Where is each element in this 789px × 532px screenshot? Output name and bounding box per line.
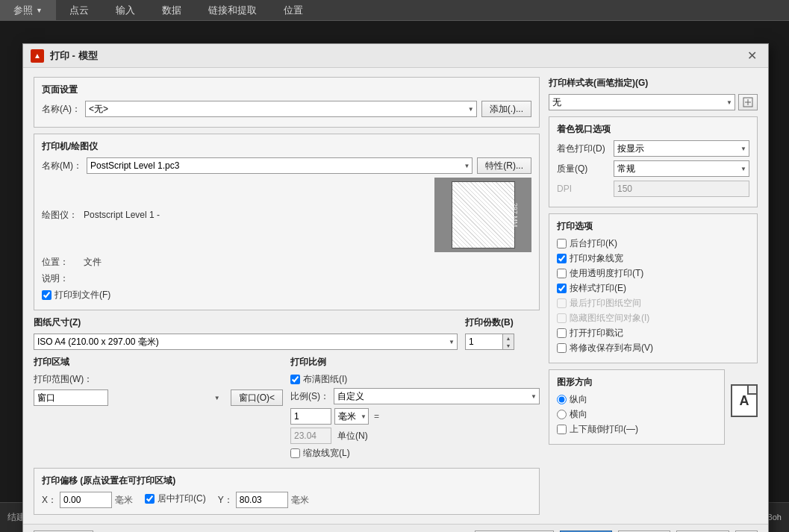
scale-equals: = bbox=[374, 411, 379, 422]
quality-label: 质量(Q) bbox=[557, 163, 609, 175]
hide-paper-checkbox[interactable] bbox=[557, 313, 567, 323]
scale-linewidth-label[interactable]: 缩放线宽(L) bbox=[303, 447, 350, 460]
print-linewidth-checkbox[interactable] bbox=[557, 254, 567, 263]
print-style-combo-wrapper[interactable]: 无 bbox=[549, 94, 735, 110]
landscape-radio[interactable] bbox=[557, 410, 567, 419]
fit-paper-label[interactable]: 布满图纸(I) bbox=[303, 373, 347, 386]
add-page-button[interactable]: 添加(.)... bbox=[481, 101, 531, 117]
print-to-file-label[interactable]: 打印到文件(F) bbox=[54, 289, 110, 301]
bg-print-label[interactable]: 后台打印(K) bbox=[570, 237, 617, 250]
scale-label: 比例(S)： bbox=[290, 390, 329, 403]
open-stamp-label[interactable]: 打开打印戳记 bbox=[570, 327, 623, 339]
scale-unit1-select[interactable]: 毫米 bbox=[334, 408, 369, 425]
plotter-name-combo-wrapper[interactable]: PostScript Level 1.pc3 bbox=[87, 157, 473, 174]
shade-viewport-section: 着色视口选项 着色打印(D) 按显示 质量(Q) 常规 bbox=[549, 116, 758, 207]
dialog-titlebar[interactable]: ▲ 打印 - 模型 ✕ bbox=[23, 44, 768, 68]
quality-select[interactable]: 常规 bbox=[614, 160, 749, 177]
shade-print-row: 着色打印(D) 按显示 bbox=[557, 140, 749, 157]
location-value: 文件 bbox=[84, 256, 102, 269]
page-name-combo-wrapper[interactable]: <无> bbox=[85, 101, 477, 117]
transparency-label[interactable]: 使用透明度打印(T) bbox=[570, 267, 643, 280]
last-paper-label[interactable]: 最后打印图纸空间 bbox=[570, 297, 641, 310]
paper-size-combo-wrapper[interactable]: ISO A4 (210.00 x 297.00 毫米) bbox=[34, 334, 458, 350]
print-range-select[interactable]: 窗口 bbox=[34, 389, 108, 406]
direction-box: 图形方向 纵向 横向 上下颠倒打印(—) bbox=[549, 369, 725, 445]
direction-title: 图形方向 bbox=[557, 376, 717, 389]
print-area-section: 打印区域 打印范围(W)： 窗口 窗口(O)< bbox=[34, 356, 283, 462]
properties-button[interactable]: 特性(R)... bbox=[477, 157, 531, 174]
hide-paper-label[interactable]: 隐藏图纸空间对象(I) bbox=[570, 312, 649, 325]
upside-down-checkbox[interactable] bbox=[557, 425, 567, 434]
paper-size-select[interactable]: ISO A4 (210.00 x 297.00 毫米) bbox=[34, 334, 458, 350]
shade-print-combo-wrapper[interactable]: 按显示 bbox=[614, 140, 749, 157]
print-range-label: 打印范围(W)： bbox=[34, 373, 93, 386]
copies-up-button[interactable]: ▲ bbox=[503, 334, 514, 342]
print-style-edit-button[interactable] bbox=[738, 94, 758, 110]
mm-x-label: 毫米 bbox=[115, 494, 133, 507]
transparency-checkbox[interactable] bbox=[557, 269, 567, 278]
plotter-section: 打印机/绘图仪 名称(M)： PostScript Level 1.pc3 特性… bbox=[34, 134, 540, 310]
print-scale-section: 打印比例 布满图纸(I) 比例(S)： 自定义 bbox=[290, 356, 540, 462]
window-button[interactable]: 窗口(O)< bbox=[231, 389, 283, 406]
center-print-label[interactable]: 居中打印(C) bbox=[158, 492, 206, 505]
menu-位置[interactable]: 位置 bbox=[270, 0, 316, 20]
save-changes-label[interactable]: 将修改保存到布局(V) bbox=[570, 342, 653, 354]
description-label: 说明： bbox=[42, 272, 79, 285]
scale-combo-wrapper[interactable]: 自定义 bbox=[334, 388, 540, 404]
scale-linewidth-checkbox[interactable] bbox=[290, 448, 300, 458]
print-options-title: 打印选项 bbox=[557, 220, 749, 233]
menu-点云[interactable]: 点云 bbox=[56, 0, 102, 20]
center-print-row: 居中打印(C) bbox=[145, 492, 206, 505]
fit-paper-checkbox[interactable] bbox=[290, 375, 300, 384]
x-offset-input[interactable] bbox=[60, 492, 112, 508]
print-range-combo-wrapper[interactable]: 窗口 bbox=[34, 389, 223, 406]
paper-height-label: 297 MM bbox=[512, 203, 520, 228]
scale-unit1-combo-wrapper[interactable]: 毫米 bbox=[334, 408, 369, 425]
scale-ratio-row: 毫米 = bbox=[290, 408, 540, 425]
menu-参照[interactable]: 参照 ▼ bbox=[0, 0, 56, 20]
print-linewidth-label[interactable]: 打印对象线宽 bbox=[570, 252, 623, 265]
copies-section: 打印份数(B) ▲ ▼ bbox=[465, 316, 540, 350]
left-column: 页面设置 名称(A)： <无> 添加(.)... 打印机/绘图仪 bbox=[34, 77, 540, 515]
landscape-label[interactable]: 横向 bbox=[570, 408, 587, 421]
portrait-radio[interactable] bbox=[557, 395, 567, 404]
center-print-checkbox[interactable] bbox=[145, 494, 155, 504]
location-row: 位置： 文件 bbox=[42, 256, 531, 269]
print-offset-title: 打印偏移 (原点设置在可打印区域) bbox=[42, 475, 531, 487]
shade-print-label: 着色打印(D) bbox=[557, 143, 609, 155]
menu-链接和提取[interactable]: 链接和提取 bbox=[195, 0, 270, 20]
location-label: 位置： bbox=[42, 256, 79, 269]
transparency-row: 使用透明度打印(T) bbox=[557, 267, 749, 280]
portrait-label[interactable]: 纵向 bbox=[570, 393, 587, 406]
shade-print-select[interactable]: 按显示 bbox=[614, 140, 749, 157]
copies-down-button[interactable]: ▼ bbox=[503, 342, 514, 349]
save-changes-checkbox[interactable] bbox=[557, 343, 567, 353]
menu-数据[interactable]: 数据 bbox=[149, 0, 195, 20]
page-name-select[interactable]: <无> bbox=[85, 101, 477, 117]
mm-y-label: 毫米 bbox=[291, 494, 309, 507]
scale-unit1-input[interactable] bbox=[290, 408, 331, 425]
plotter-name-select[interactable]: PostScript Level 1.pc3 bbox=[87, 157, 473, 174]
print-offset-inputs: X： 毫米 居中打印(C) Y： 毫米 bbox=[42, 492, 531, 508]
upside-down-label[interactable]: 上下颠倒打印(—) bbox=[570, 423, 638, 436]
scale-select[interactable]: 自定义 bbox=[334, 388, 540, 404]
style-print-checkbox[interactable] bbox=[557, 284, 567, 293]
dialog-app-icon: ▲ bbox=[31, 49, 44, 63]
y-offset-input[interactable] bbox=[236, 492, 288, 508]
paper-size-title: 图纸尺寸(Z) bbox=[34, 316, 458, 329]
copies-input[interactable] bbox=[465, 334, 502, 350]
linewidth-row: 打印对象线宽 bbox=[557, 252, 749, 265]
print-style-select[interactable]: 无 bbox=[549, 94, 735, 110]
last-paper-checkbox[interactable] bbox=[557, 298, 567, 308]
menu-输入[interactable]: 输入 bbox=[102, 0, 149, 20]
bg-print-checkbox[interactable] bbox=[557, 239, 567, 248]
scale-select-row: 比例(S)： 自定义 bbox=[290, 388, 540, 404]
quality-combo-wrapper[interactable]: 常规 bbox=[614, 160, 749, 177]
print-to-file-checkbox[interactable] bbox=[42, 290, 52, 300]
edit-icon bbox=[743, 97, 753, 107]
print-style-row: 无 bbox=[549, 94, 758, 110]
dialog-close-button[interactable]: ✕ bbox=[743, 47, 761, 65]
style-print-label[interactable]: 按样式打印(E) bbox=[570, 282, 626, 295]
open-stamp-checkbox[interactable] bbox=[557, 328, 567, 338]
page-settings-title: 页面设置 bbox=[42, 84, 531, 96]
